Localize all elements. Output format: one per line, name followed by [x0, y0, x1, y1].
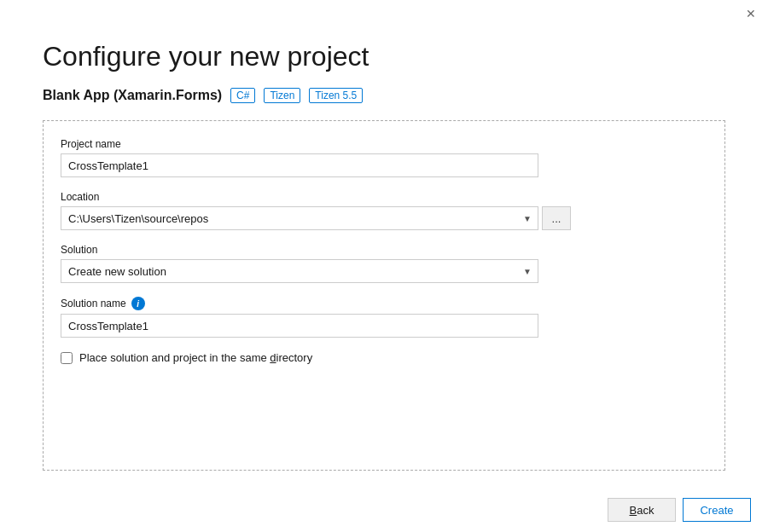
same-directory-checkbox[interactable]: [61, 352, 73, 364]
location-label: Location: [61, 191, 707, 203]
location-row: C:\Users\Tizen\source\repos ▼ ...: [61, 206, 707, 230]
solution-name-label: Solution name i: [61, 297, 707, 310]
tag-csharp: C#: [230, 88, 255, 103]
create-button[interactable]: Create: [683, 498, 751, 522]
solution-select[interactable]: Create new solution Add to solution: [61, 259, 538, 283]
same-directory-checkbox-row: Place solution and project in the same d…: [61, 351, 707, 364]
footer: Back Create: [0, 488, 768, 532]
app-name-label: Blank App (Xamarin.Forms): [43, 88, 222, 103]
browse-button[interactable]: ...: [542, 206, 571, 230]
subtitle-row: Blank App (Xamarin.Forms) C# Tizen Tizen…: [43, 88, 725, 103]
info-icon[interactable]: i: [131, 297, 145, 310]
configure-project-window: ✕ Configure your new project Blank App (…: [0, 0, 768, 532]
solution-name-field-group: Solution name i: [61, 297, 707, 338]
project-name-field-group: Project name: [61, 138, 707, 177]
location-field-group: Location C:\Users\Tizen\source\repos ▼ .…: [61, 191, 707, 230]
solution-label: Solution: [61, 244, 707, 256]
project-name-label: Project name: [61, 138, 707, 150]
content-area: Configure your new project Blank App (Xa…: [0, 24, 768, 488]
form-container: Project name Location C:\Users\Tizen\sou…: [43, 120, 725, 471]
close-button[interactable]: ✕: [744, 7, 758, 20]
title-bar: ✕: [0, 0, 768, 24]
solution-name-input[interactable]: [61, 314, 538, 338]
location-select-wrapper: C:\Users\Tizen\source\repos ▼: [61, 206, 538, 230]
solution-field-group: Solution Create new solution Add to solu…: [61, 244, 707, 283]
page-title: Configure your new project: [43, 41, 725, 72]
location-select[interactable]: C:\Users\Tizen\source\repos: [61, 206, 538, 230]
back-button[interactable]: Back: [608, 498, 676, 522]
tag-tizen: Tizen: [264, 88, 300, 103]
same-directory-label[interactable]: Place solution and project in the same d…: [79, 351, 312, 364]
project-name-input[interactable]: [61, 153, 538, 177]
tag-tizen55: Tizen 5.5: [309, 88, 363, 103]
solution-select-wrapper: Create new solution Add to solution ▼: [61, 259, 538, 283]
